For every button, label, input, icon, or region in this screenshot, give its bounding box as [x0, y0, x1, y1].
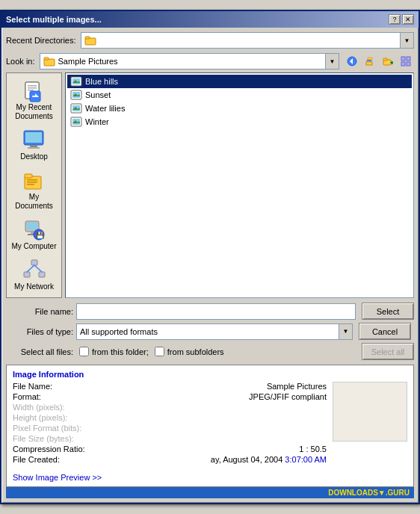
new-folder-button[interactable]: ✦: [380, 53, 396, 69]
from-folder-group: from this folder;: [79, 347, 149, 356]
from-folder-label: from this folder;: [92, 347, 149, 356]
image-info-content: File Name: Sample Pictures Format: JPEG/…: [13, 382, 407, 465]
action-buttons: Select: [362, 303, 414, 320]
svg-rect-10: [383, 58, 387, 61]
cancel-button[interactable]: Cancel: [359, 323, 411, 340]
info-pixel-format-row: Pixel Format (bits):: [13, 424, 327, 433]
info-created-label: File Created:: [13, 455, 117, 464]
file-item-bluehills[interactable]: Blue hills: [67, 75, 412, 88]
look-in-row: Look in: Sample Pictures ▼: [6, 53, 414, 69]
info-compression-value: 1 : 50.5: [117, 445, 327, 453]
file-area: Blue hills Sunset: [65, 72, 414, 298]
image-icon-4: [70, 116, 82, 128]
info-pixel-format-value: [117, 424, 327, 433]
select-all-row: Select all files: from this folder; from…: [6, 343, 414, 360]
back-button[interactable]: [344, 53, 360, 69]
sidebar-item-documents[interactable]: My Documents: [9, 166, 60, 214]
select-button[interactable]: Select: [362, 303, 414, 320]
info-file-name-value: Sample Pictures: [117, 382, 327, 391]
file-item-waterlilies[interactable]: Water lilies: [67, 102, 412, 115]
sidebar-documents-label: My Documents: [12, 193, 57, 211]
title-bar: Select multiple images... ? ✕: [1, 11, 419, 28]
select-all-button[interactable]: Select all: [362, 343, 414, 360]
close-button[interactable]: ✕: [402, 14, 414, 25]
svg-rect-15: [407, 62, 410, 66]
info-created-date: ay, August 04, 2004: [211, 455, 282, 464]
svg-rect-23: [32, 96, 38, 97]
info-height-row: Height (pixels):: [13, 413, 327, 422]
file-item-winter[interactable]: Winter: [67, 115, 412, 128]
file-list-and-buttons: Blue hills Sunset: [65, 72, 414, 298]
cancel-button-wrapper: Cancel: [359, 323, 414, 340]
from-subfolders-checkbox[interactable]: [155, 347, 164, 356]
recent-dirs-combo[interactable]: ▼: [81, 32, 414, 49]
image-icon-3: [70, 102, 82, 114]
svg-rect-34: [27, 223, 37, 229]
file-name-waterlilies: Water lilies: [85, 104, 125, 113]
show-preview-link[interactable]: Show Image Preview >>: [13, 473, 102, 482]
views-button[interactable]: [398, 53, 414, 69]
watermark-suffix: .GURU: [386, 489, 410, 497]
file-name-label: File name:: [6, 307, 73, 316]
svg-rect-29: [25, 174, 32, 178]
show-preview-label: Show Image Preview: [13, 473, 90, 482]
watermark-highlight: ▼: [378, 489, 386, 497]
my-computer-icon: 💾: [22, 218, 46, 242]
svg-rect-12: [401, 57, 405, 61]
look-in-combo[interactable]: Sample Pictures ▼: [40, 53, 339, 69]
file-name-bluehills: Blue hills: [85, 77, 118, 86]
info-created-value: ay, August 04, 2004 3:07:00 AM: [117, 455, 327, 464]
info-file-size-row: File Size (bytes):: [13, 434, 327, 443]
look-in-dropdown-arrow[interactable]: ▼: [325, 54, 339, 69]
main-area: My Recent Documents Desktop: [6, 72, 414, 298]
info-file-size-value: [117, 434, 327, 443]
image-info-fields: File Name: Sample Pictures Format: JPEG/…: [13, 382, 327, 465]
svg-text:✦: ✦: [389, 60, 393, 66]
window-content: Recent Directories: ▼ Look in: Sample Pi…: [1, 28, 419, 503]
file-name-input[interactable]: [76, 303, 356, 320]
sidebar-computer-label: My Computer: [12, 242, 57, 251]
my-network-icon: [22, 258, 46, 282]
new-folder-icon: ✦: [383, 56, 393, 66]
image-icon: [70, 75, 82, 87]
main-window: Select multiple images... ? ✕ Recent Dir…: [0, 10, 420, 504]
info-width-value: [117, 403, 327, 412]
svg-rect-30: [27, 179, 37, 181]
file-item-sunset[interactable]: Sunset: [67, 88, 412, 102]
files-of-type-dropdown-arrow[interactable]: ▼: [339, 324, 352, 339]
up-button[interactable]: [362, 53, 378, 69]
watermark-bar: DOWNLOADS▼.GURU: [6, 487, 414, 498]
files-of-type-combo[interactable]: All supported formats ▼: [76, 323, 353, 340]
info-compression-row: Compression Ratio: 1 : 50.5: [13, 445, 327, 453]
sidebar-item-recent[interactable]: My Recent Documents: [9, 76, 60, 124]
svg-rect-6: [366, 62, 372, 65]
views-icon: [401, 56, 411, 66]
select-all-label: Select all files:: [6, 347, 73, 356]
window-title: Select multiple images...: [6, 15, 102, 24]
info-format-row: Format: JPEG/JFIF compliant: [13, 392, 327, 401]
look-in-value: Sample Pictures: [58, 57, 336, 66]
info-created-row: File Created: ay, August 04, 2004 3:07:0…: [13, 455, 327, 464]
sidebar-recent-label: My Recent Documents: [12, 103, 57, 121]
file-name-winter: Winter: [85, 117, 109, 126]
recent-dirs-label: Recent Directories:: [6, 36, 76, 45]
sidebar-item-computer[interactable]: 💾 My Computer: [9, 215, 60, 254]
svg-rect-41: [39, 272, 45, 277]
folder-icon: [84, 34, 96, 46]
recent-documents-icon: [22, 79, 46, 103]
file-list[interactable]: Blue hills Sunset: [65, 72, 414, 298]
info-height-value: [117, 413, 327, 422]
from-folder-checkbox[interactable]: [79, 347, 89, 356]
recent-dirs-dropdown-arrow[interactable]: ▼: [400, 33, 413, 48]
recent-dirs-row: Recent Directories: ▼: [6, 32, 414, 49]
info-file-size-label: File Size (bytes):: [13, 434, 117, 443]
sidebar-item-network[interactable]: My Network: [9, 256, 60, 294]
info-height-label: Height (pixels):: [13, 413, 117, 422]
info-compression-label: Compression Ratio:: [13, 445, 117, 453]
info-format-value: JPEG/JFIF compliant: [117, 392, 327, 401]
svg-rect-25: [25, 132, 42, 143]
sidebar-item-desktop[interactable]: Desktop: [9, 126, 60, 164]
help-button[interactable]: ?: [389, 14, 401, 25]
svg-rect-1: [85, 37, 90, 39]
info-file-name-label: File Name:: [13, 382, 117, 391]
